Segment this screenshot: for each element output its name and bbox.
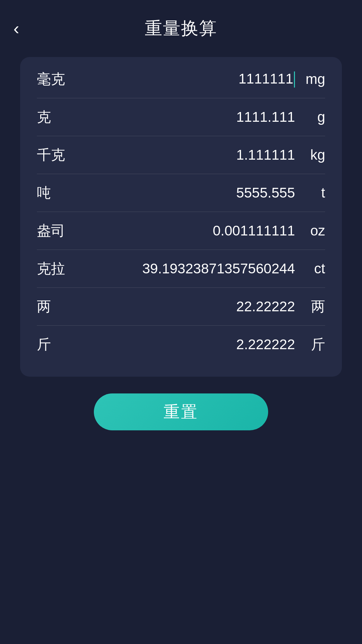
unit-jin: 斤 [302,335,325,354]
row-ct[interactable]: 克拉39.19323871357560244ct [37,250,325,288]
row-t[interactable]: 吨5555.555t [37,174,325,212]
label-g: 克 [37,108,80,126]
input-area-oz: 0.001111111oz [80,223,325,239]
label-liang: 两 [37,297,80,316]
input-area-g: 1111.111g [80,109,325,125]
row-oz[interactable]: 盎司0.001111111oz [37,212,325,250]
label-jin: 斤 [37,335,80,354]
input-area-liang: 22.22222两 [80,297,325,316]
input-area-mg: 1111111mg [80,71,325,88]
value-t: 5555.555 [236,185,295,201]
row-jin[interactable]: 斤2.222222斤 [37,326,325,363]
header: ‹ 重量换算 [0,0,362,50]
reset-button[interactable]: 重置 [94,393,268,430]
row-liang[interactable]: 两22.22222两 [37,288,325,326]
input-area-jin: 2.222222斤 [80,335,325,354]
input-area-t: 5555.555t [80,185,325,201]
unit-mg: mg [302,71,325,87]
label-ct: 克拉 [37,259,80,278]
value-mg[interactable]: 1111111 [238,71,295,88]
value-liang: 22.22222 [236,299,295,315]
page-title: 重量换算 [145,17,217,40]
row-kg[interactable]: 千克1.111111kg [37,136,325,174]
input-area-kg: 1.111111kg [80,147,325,163]
row-mg[interactable]: 毫克1111111mg [37,60,325,98]
row-g[interactable]: 克1111.111g [37,98,325,136]
unit-kg: kg [302,147,325,163]
conversion-card: 毫克1111111mg克1111.111g千克1.111111kg吨5555.5… [20,57,342,377]
unit-liang: 两 [302,297,325,316]
value-g: 1111.111 [236,109,295,125]
value-jin: 2.222222 [236,336,295,353]
unit-ct: ct [302,261,325,277]
unit-oz: oz [302,223,325,239]
input-area-ct: 39.19323871357560244ct [80,261,325,277]
unit-g: g [302,109,325,125]
text-cursor [294,71,295,88]
label-mg: 毫克 [37,70,80,89]
value-oz: 0.001111111 [213,223,295,239]
value-kg: 1.111111 [236,147,295,163]
label-t: 吨 [37,183,80,202]
label-kg: 千克 [37,146,80,164]
unit-t: t [302,185,325,201]
back-button[interactable]: ‹ [13,20,19,37]
label-oz: 盎司 [37,221,80,240]
value-ct: 39.19323871357560244 [142,261,295,277]
